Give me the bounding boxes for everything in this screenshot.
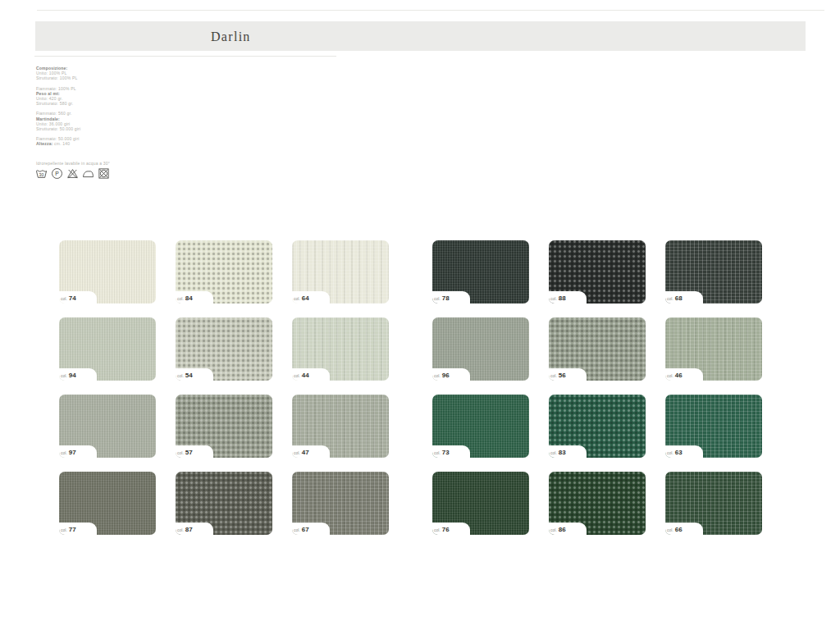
swatch-label-number: 96 [442,372,450,379]
swatch-label-prefix: col. [61,528,67,533]
fabric-swatch-col-68: col.68 [665,240,762,304]
fabric-swatch-col-56: col.56 [549,317,646,381]
swatch-label: col.44 [292,368,330,381]
fabric-swatch-col-67: col.67 [292,472,389,535]
swatch-label-number: 77 [69,527,76,533]
swatch-label-prefix: col. [294,451,300,456]
swatch-label: col.96 [432,368,470,381]
swatch-label-number: 83 [559,450,566,456]
header-band: Darlin [35,21,806,51]
swatch-label-number: 73 [442,450,450,456]
swatch-label: col.46 [665,368,703,381]
swatch-label-number: 44 [302,372,309,379]
swatch-label-prefix: col. [434,451,441,456]
fabric-swatch-col-46: col.46 [665,317,762,381]
care-icons-row: 30 P [35,167,110,180]
fabric-swatch-col-44: col.44 [292,317,389,381]
spec-group: Composizione:Unito: 100% PLStrutturato: … [36,66,167,81]
spec-group: Fiammato: 560 gr.Martindale:Unito: 36.00… [36,111,167,131]
swatch-label: col.84 [176,291,213,304]
swatch-label: col.66 [665,523,703,535]
swatch-label-number: 94 [69,372,76,379]
catalog-page: Darlin Composizione:Unito: 100% PLStrutt… [0,0,840,630]
fabric-swatch-col-97: col.97 [59,395,156,458]
spec-line: Strutturato: 580 gr. [36,101,167,106]
swatch-label-prefix: col. [434,297,441,302]
fabric-swatch-col-86: col.86 [549,472,646,535]
swatch-label-number: 57 [185,450,193,456]
swatch-label: col.54 [176,368,213,381]
wash-30-icon: 30 [35,167,48,180]
swatch-label: col.57 [176,445,213,458]
swatch-label-prefix: col. [667,374,673,379]
spec-group: Fiammato: 100% PLPeso al mt:Unito: 420 g… [36,86,167,107]
swatch-label: col.77 [59,523,97,535]
fabric-swatch-col-96: col.96 [432,317,529,381]
swatch-label: col.63 [665,445,703,458]
swatch-label-number: 56 [559,372,566,379]
fabric-swatch-col-66: col.66 [665,472,762,535]
swatch-label: col.68 [665,291,703,304]
header-divider [34,56,336,57]
swatch-label-number: 84 [185,295,193,302]
care-note: Idrorepellente lavabile in acqua a 30° [36,161,110,166]
swatch-label-prefix: col. [294,374,300,379]
swatch-label-prefix: col. [61,297,67,302]
fabric-swatch-col-88: col.88 [549,240,646,304]
spec-group: Fiammato: 50.000 giriAltezza: cm. 140 [36,136,167,146]
swatch-label-prefix: col. [61,374,67,379]
fabric-swatch-col-54: col.54 [176,317,272,381]
fabric-swatch-col-78: col.78 [432,240,529,304]
swatch-label-prefix: col. [667,451,673,456]
top-divider [37,10,824,11]
dry-clean-p-icon: P [51,167,63,180]
spec-line: Strutturato: 50.000 giri [36,126,167,131]
swatch-label-prefix: col. [294,297,300,302]
fabric-swatch-col-94: col.94 [59,317,156,381]
swatch-label: col.73 [432,445,470,458]
swatch-label: col.74 [59,291,97,304]
swatch-label: col.87 [176,523,213,535]
svg-text:30: 30 [39,172,44,177]
swatch-label: col.76 [432,523,470,535]
spec-line: Altezza: cm. 140 [36,141,167,146]
swatch-label-number: 88 [559,295,566,302]
swatch-label-number: 68 [675,295,682,302]
swatch-label-number: 74 [69,295,76,302]
fabric-swatch-col-74: col.74 [59,240,156,304]
swatch-label-prefix: col. [61,451,67,456]
swatch-label-prefix: col. [550,451,557,456]
spec-line: Strutturato: 100% PL [36,75,167,80]
fabric-swatch-col-76: col.76 [432,472,529,535]
swatch-label: col.88 [549,291,587,304]
swatch-label-prefix: col. [177,451,184,456]
swatch-group-neutrals: col.74col.84col.64col.94col.54col.44col.… [59,240,389,535]
svg-text:P: P [55,171,59,176]
no-tumble-dry-icon [98,167,110,180]
swatch-label: col.64 [292,291,330,304]
swatch-label-prefix: col. [177,297,184,302]
swatch-label-prefix: col. [434,528,441,533]
swatch-label-prefix: col. [667,528,673,533]
swatch-label-prefix: col. [550,374,557,379]
swatch-label-number: 47 [302,450,309,456]
swatch-label-number: 78 [442,295,450,302]
page-title: Darlin [211,21,251,51]
swatch-label-number: 97 [69,450,76,456]
swatch-label-number: 76 [442,527,450,533]
no-bleach-icon [66,167,79,180]
swatch-label: col.97 [59,445,97,458]
swatch-label-number: 54 [185,372,193,379]
fabric-swatch-col-83: col.83 [549,395,646,458]
swatch-label: col.78 [432,291,470,304]
swatch-group-greens: col.78col.88col.68col.96col.56col.46col.… [432,240,762,535]
fabric-swatch-col-87: col.87 [176,472,272,535]
swatch-label: col.67 [292,523,330,535]
swatch-label-prefix: col. [667,297,673,302]
fabric-swatch-col-64: col.64 [292,240,389,304]
fabric-swatch-col-57: col.57 [176,395,272,458]
swatch-label-number: 66 [675,527,682,533]
fabric-swatch-col-84: col.84 [176,240,272,304]
fabric-swatch-col-77: col.77 [59,472,156,535]
fabric-spec-block: Composizione:Unito: 100% PLStrutturato: … [36,66,167,152]
